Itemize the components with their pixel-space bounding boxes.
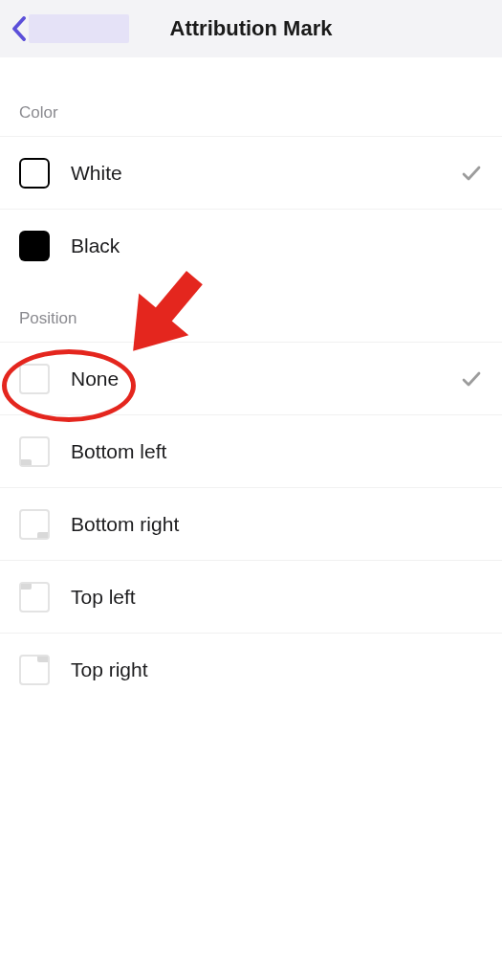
header-bar: Attribution Mark bbox=[0, 0, 502, 57]
option-position-top-left[interactable]: Top left bbox=[0, 561, 502, 634]
back-label-redacted bbox=[29, 14, 129, 43]
option-position-bottom-left[interactable]: Bottom left bbox=[0, 415, 502, 488]
position-top-right-icon bbox=[19, 655, 50, 685]
position-none-icon bbox=[19, 364, 50, 394]
color-group: White Black bbox=[0, 136, 502, 282]
option-position-top-right[interactable]: Top right bbox=[0, 634, 502, 706]
section-label-position: Position bbox=[0, 282, 502, 342]
position-group: None Bottom left Bottom right Top left T… bbox=[0, 342, 502, 706]
option-position-bottom-right[interactable]: Bottom right bbox=[0, 488, 502, 561]
swatch-white-icon bbox=[19, 158, 50, 189]
option-label: Top right bbox=[71, 658, 148, 681]
section-label-color: Color bbox=[0, 57, 502, 136]
option-color-black[interactable]: Black bbox=[0, 210, 502, 282]
option-label: None bbox=[71, 368, 119, 390]
position-top-left-icon bbox=[19, 582, 50, 612]
position-bottom-left-icon bbox=[19, 436, 50, 467]
swatch-black-icon bbox=[19, 231, 50, 261]
option-label: Top left bbox=[71, 586, 136, 609]
checkmark-icon bbox=[460, 162, 483, 185]
position-bottom-right-icon bbox=[19, 509, 50, 540]
option-position-none[interactable]: None bbox=[0, 343, 502, 415]
chevron-left-icon bbox=[11, 16, 27, 41]
option-label: Black bbox=[71, 234, 120, 257]
option-color-white[interactable]: White bbox=[0, 137, 502, 210]
checkmark-icon bbox=[460, 368, 483, 390]
back-button[interactable] bbox=[6, 0, 135, 57]
option-label: Bottom right bbox=[71, 513, 179, 536]
option-label: White bbox=[71, 162, 122, 185]
option-label: Bottom left bbox=[71, 440, 166, 463]
